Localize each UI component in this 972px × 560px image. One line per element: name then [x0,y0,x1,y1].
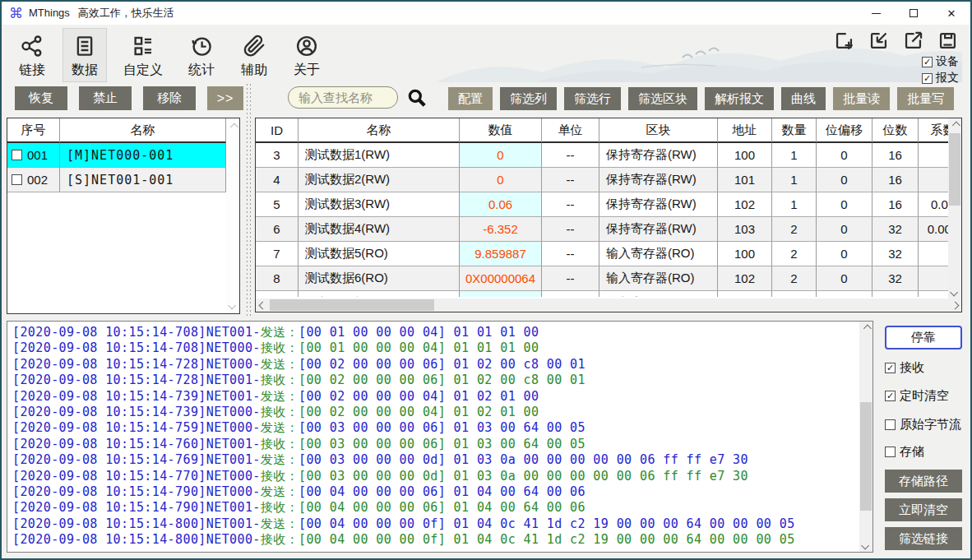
log-option-接收[interactable]: ✓接收 [885,360,924,376]
data-cell: 0 [817,192,872,217]
action-button[interactable]: 曲线 [781,87,826,110]
scroll-down-arrow[interactable] [859,539,872,552]
log-option-存储[interactable]: 存储 [885,444,924,460]
scroll-up-arrow[interactable] [859,322,872,335]
checkbox[interactable]: ✓ [885,391,896,401]
vscroll-thumb[interactable] [949,133,960,206]
toolbar-item-assist[interactable]: 辅助 [232,28,276,82]
value-cell[interactable]: 9.859887 [460,242,542,266]
data-row[interactable]: 9输入位数据11--输入离散量(RO)104101 [256,291,948,297]
action-button[interactable]: 批量写 [897,87,954,110]
value-cell[interactable]: -6.352 [460,217,542,242]
action-button[interactable]: >> [207,86,243,110]
log-device: NET000- [206,469,261,484]
action-button[interactable]: 筛选区块 [628,87,697,110]
data-cell: -- [542,217,599,242]
column-header: 单位 [542,118,599,143]
data-cell: 16 [872,192,919,217]
data-table-hscroll[interactable] [256,299,961,312]
scroll-up-arrow[interactable] [226,120,239,133]
checkbox[interactable] [12,174,22,185]
data-row[interactable]: 5测试数据3(RW)0.06--保持寄存器(RW)10210160.01 [256,192,948,217]
checkbox[interactable] [885,419,896,430]
side-button[interactable]: 筛选链接 [885,527,962,550]
scroll-down-arrow[interactable] [948,285,961,299]
search-icon[interactable] [406,87,428,109]
search-area [288,86,428,109]
maximize-button[interactable] [895,2,933,25]
minimize-button[interactable] [857,2,895,25]
close-button[interactable]: ✕ [933,2,970,25]
right-button-group: 配置筛选列筛选行筛选区块解析报文曲线批量读批量写 [448,87,954,110]
value-cell[interactable]: 0 [460,168,542,192]
device-table-header: 序号名称 [7,118,239,143]
dock-button[interactable]: 停靠 [885,326,962,349]
toolbar-item-about[interactable]: 关于 [285,28,329,82]
data-cell: 0 [817,266,872,291]
save-icon[interactable] [937,30,959,52]
log-device: NET000- [206,532,261,547]
action-button[interactable]: 恢复 [15,86,67,110]
data-table-vscroll[interactable] [948,118,961,299]
log-line: [2020-09-08 10:15:14-739]NET000-接收：[00 0… [12,405,858,420]
checkbox[interactable]: ✓ [922,57,933,67]
action-button[interactable]: 批量读 [833,87,890,110]
toolbar-item-custom[interactable]: 自定义 [115,28,171,82]
scroll-left-arrow[interactable] [256,299,269,312]
toolbar-item-link[interactable]: 链接 [10,28,54,82]
log-panel[interactable]: [2020-09-08 10:15:14-708]NET001-发送：[00 0… [7,321,873,553]
log-hex: [00 03 00 00 00 0d] 01 03 0a 00 00 00 00… [299,452,748,467]
panel-splitter[interactable] [246,84,252,316]
data-row[interactable]: 4测试数据2(RW)0--保持寄存器(RW)1011016 [256,168,948,192]
side-button[interactable]: 立即清空 [885,498,962,521]
data-row[interactable]: 3测试数据1(RW)0--保持寄存器(RW)1001016 [256,143,948,168]
data-cell: 2 [772,217,817,242]
data-cell: 0 [817,242,872,266]
value-cell[interactable]: 0.06 [460,192,542,217]
value-cell[interactable]: 1 [460,291,542,297]
action-button[interactable]: 禁止 [79,86,132,110]
checkbox[interactable]: ✓ [885,363,896,373]
device-table-vscroll[interactable] [226,118,239,313]
side-button[interactable]: 存储路径 [885,470,962,493]
log-option-定时清空[interactable]: ✓定时清空 [885,388,949,404]
device-row[interactable]: 001[M]NET000-001 [7,143,239,168]
data-row[interactable]: 7测试数据5(RO)9.859887--输入寄存器(RO)1002032 [256,242,948,266]
device-row[interactable]: 002[S]NET001-001 [7,168,239,192]
toolbar-item-stats[interactable]: 统计 [179,28,224,82]
scroll-up-arrow[interactable] [948,118,961,132]
action-button[interactable]: 解析报文 [705,87,774,110]
hscroll-thumb[interactable] [270,299,434,311]
filter-checkbox-设备[interactable]: ✓设备 [922,54,959,69]
log-device: NET000- [206,405,261,419]
vscroll-thumb[interactable] [860,402,872,511]
action-button[interactable]: 配置 [448,87,493,110]
scroll-right-arrow[interactable] [948,299,961,312]
value-cell[interactable]: 0X00000064 [460,266,542,291]
log-hex: [00 02 00 00 00 04] 01 02 01 00 [299,405,539,419]
close-icon: ✕ [947,7,956,20]
import-icon[interactable] [868,30,890,52]
checkbox[interactable] [12,150,22,160]
search-input[interactable] [288,86,398,109]
action-button[interactable]: 筛选列 [500,87,557,110]
log-direction: 接收： [261,437,299,451]
device-num-cell: 002 [7,168,60,192]
data-row[interactable]: 6测试数据4(RW)-6.352--保持寄存器(RW)10320320.001 [256,217,948,242]
data-row[interactable]: 8测试数据6(RO)0X00000064--输入寄存器(RO)1022032 [256,266,948,291]
export-icon[interactable] [902,30,924,52]
action-button[interactable]: 移除 [143,86,196,110]
checkbox[interactable] [885,447,896,457]
toolbar-item-data[interactable]: 数据 [62,28,107,82]
log-direction: 接收： [261,340,299,355]
value-cell[interactable]: 0 [460,143,542,168]
scroll-down-arrow[interactable] [226,299,239,312]
data-cell: 6 [256,217,299,242]
log-vscroll[interactable] [859,322,872,552]
new-window-icon[interactable] [833,30,855,52]
data-cell: -- [542,192,599,217]
log-direction: 接收： [261,532,299,547]
action-button[interactable]: 筛选行 [564,87,621,110]
log-option-原始字节流[interactable]: 原始字节流 [885,417,961,433]
data-cell: 0 [817,143,872,168]
